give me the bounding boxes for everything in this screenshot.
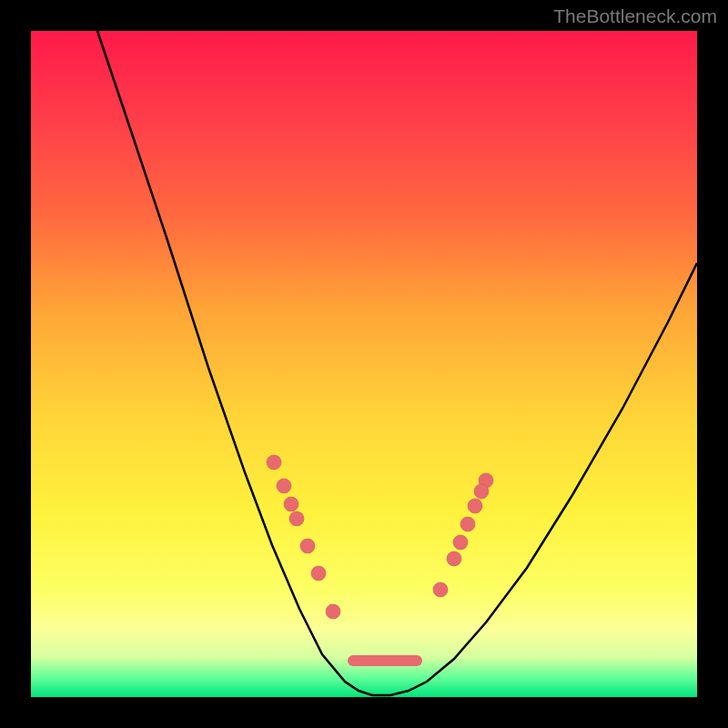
data-point <box>267 455 281 470</box>
data-point <box>468 499 482 513</box>
data-point <box>474 484 489 499</box>
data-point <box>277 479 291 493</box>
data-dots-left-series <box>267 455 340 619</box>
data-point <box>284 497 298 511</box>
data-point <box>326 604 340 619</box>
plateau-segment <box>348 655 422 666</box>
chart-plot-area <box>31 31 697 697</box>
data-point <box>453 535 468 550</box>
chart-svg <box>31 31 697 697</box>
data-point <box>311 566 326 581</box>
data-point <box>460 517 475 531</box>
data-dots-right-series <box>433 473 493 597</box>
data-point <box>300 539 315 553</box>
data-point <box>289 511 304 526</box>
data-point <box>433 582 448 597</box>
data-point <box>447 551 461 566</box>
bottleneck-curve <box>97 31 697 695</box>
watermark-label: TheBottleneck.com <box>553 5 717 27</box>
plateau-bar <box>348 655 422 666</box>
